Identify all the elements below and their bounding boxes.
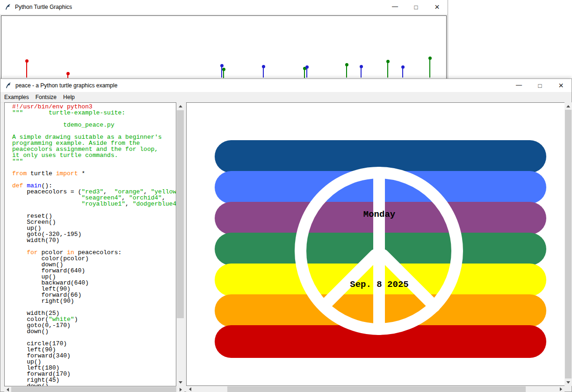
scroll-left-button[interactable] <box>186 386 194 392</box>
code-line: tdemo_peace.py <box>12 122 176 128</box>
scrollbar-thumb[interactable] <box>177 110 184 318</box>
turtle-figure-dot <box>25 59 29 63</box>
turtle-figure-dot <box>222 68 225 71</box>
scroll-left-icon <box>7 388 9 392</box>
scroll-down-icon <box>566 381 570 384</box>
canvas-horizontal-scrollbar[interactable] <box>186 386 565 392</box>
scroll-right-button[interactable] <box>557 386 565 392</box>
maximize-icon: □ <box>414 4 418 11</box>
scrollbar-thumb[interactable] <box>11 387 176 392</box>
scroll-down-icon <box>179 381 182 384</box>
turtle-figure-dot <box>428 57 432 60</box>
code-horizontal-scrollbar[interactable] <box>4 386 184 392</box>
minimize-button[interactable]: — <box>508 79 529 92</box>
code-vertical-scrollbar[interactable] <box>176 102 184 386</box>
turtle-figure-dot <box>360 65 363 68</box>
turtle-app-icon[interactable] <box>5 82 12 89</box>
close-icon: × <box>558 81 564 91</box>
turtle-figure-stem <box>26 61 27 78</box>
scroll-right-icon <box>560 387 562 391</box>
scroll-right-button[interactable] <box>177 386 184 392</box>
menu-fontsize[interactable]: Fontsize <box>32 92 60 102</box>
code-line: from turtle import * <box>12 171 176 177</box>
close-button[interactable]: × <box>427 0 448 14</box>
minimize-icon: — <box>392 3 398 10</box>
scroll-up-icon <box>566 105 570 107</box>
turtle-figure-dot <box>305 65 309 69</box>
scroll-up-button[interactable] <box>176 102 184 110</box>
scroll-left-button[interactable] <box>4 386 11 392</box>
scroll-up-button[interactable] <box>565 102 572 110</box>
scroll-down-button[interactable] <box>176 378 184 386</box>
menu-help[interactable]: Help <box>60 92 78 102</box>
turtle-figure-stem <box>387 61 388 78</box>
turtle-figure-dot <box>220 64 224 67</box>
code-line: right(90) <box>12 298 176 304</box>
turtle-figure-dot <box>386 60 390 63</box>
close-icon: × <box>434 2 440 12</box>
code-line: width(70) <box>12 237 176 243</box>
window-title: peace - a Python turtle graphics example <box>15 82 117 89</box>
canvas-text-label: Sep. 8 2025 <box>350 279 408 290</box>
menu-examples[interactable]: Examples <box>1 92 32 102</box>
turtle-app-icon[interactable] <box>4 3 12 11</box>
window-controls: — □ × <box>384 0 448 14</box>
scroll-down-button[interactable] <box>565 378 572 386</box>
scroll-up-icon <box>179 105 182 107</box>
turtle-figure-dot <box>401 65 405 69</box>
window-controls: — □ × <box>508 79 572 92</box>
code-line: down() <box>12 383 176 386</box>
menubar: Examples Fontsize Help <box>0 92 572 103</box>
peace-canvas: MondaySep. 8 2025 <box>186 102 565 386</box>
scroll-right-icon <box>180 388 182 392</box>
maximize-button[interactable]: □ <box>529 79 550 92</box>
minimize-button[interactable]: — <box>384 0 405 14</box>
turtle-figure-dot <box>66 72 70 75</box>
titlebar[interactable]: peace - a Python turtle graphics example… <box>0 79 572 92</box>
turtle-figure-dot <box>345 63 348 66</box>
turtle-figure-stem <box>429 58 430 78</box>
turtle-figure-dot <box>262 65 265 68</box>
scrollbar-thumb[interactable] <box>565 110 572 378</box>
code-line: """ <box>12 158 176 164</box>
canvas-vertical-scrollbar[interactable] <box>565 102 572 386</box>
code-text[interactable]: #!/usr/bin/env python3""" turtle-example… <box>4 102 176 386</box>
maximize-button[interactable]: □ <box>405 0 427 14</box>
peace-demo-window: peace - a Python turtle graphics example… <box>0 78 572 392</box>
window-title: Python Turtle Graphics <box>15 4 72 10</box>
code-line: down() <box>12 328 176 335</box>
maximize-icon: □ <box>538 82 542 89</box>
code-line: """ turtle-example-suite: <box>12 110 176 116</box>
close-button[interactable]: × <box>550 79 572 92</box>
titlebar[interactable]: Python Turtle Graphics — □ × <box>0 0 448 14</box>
scroll-left-icon <box>189 387 191 391</box>
code-line: it only uses turtle commands. <box>12 152 176 158</box>
scrollbar-thumb[interactable] <box>227 386 526 392</box>
turtle-figure-stem <box>346 64 347 78</box>
canvas-text-label: Monday <box>363 209 395 220</box>
minimize-icon: — <box>516 81 522 88</box>
code-line: "royalblue1", "dodgerblue4") <box>12 201 176 207</box>
